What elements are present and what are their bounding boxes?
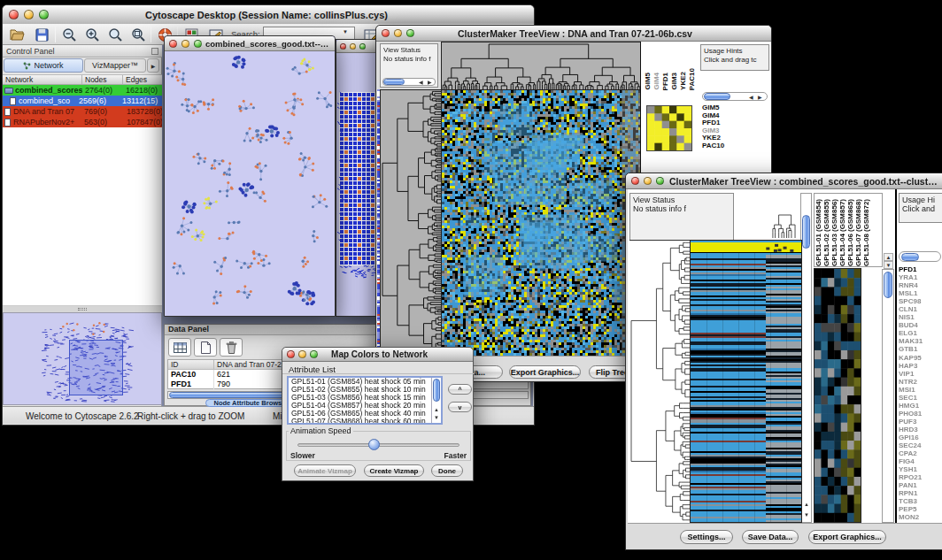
gene-label[interactable]: PEP5: [899, 505, 942, 513]
search-dropdown-icon[interactable]: ▼: [343, 29, 348, 35]
gene-label[interactable]: GPI16: [899, 433, 942, 441]
gene-label[interactable]: PFD1: [899, 265, 942, 273]
close-button[interactable]: [287, 350, 295, 358]
scrollbar-thumb[interactable]: [901, 253, 919, 261]
gene-label[interactable]: KAP95: [899, 354, 942, 362]
network-overview-panel[interactable]: [3, 312, 162, 405]
select-attributes-button[interactable]: [168, 338, 191, 357]
close-button[interactable]: [631, 177, 639, 185]
zoom-selected-icon[interactable]: [104, 26, 126, 43]
tv2-row-dendrogram[interactable]: [629, 240, 690, 522]
zoom-button[interactable]: [39, 10, 49, 19]
scrollbar-thumb[interactable]: [433, 379, 440, 402]
zoom-button[interactable]: [656, 177, 664, 185]
delete-attribute-button[interactable]: [220, 338, 243, 357]
zoom-button[interactable]: [310, 350, 318, 358]
column-label[interactable]: PAC10: [688, 68, 696, 90]
open-file-button[interactable]: [6, 26, 27, 43]
scroll-up-icon[interactable]: ▲: [884, 253, 893, 261]
minimize-button[interactable]: [350, 43, 356, 50]
network-view-canvas[interactable]: [165, 51, 335, 316]
gene-label[interactable]: VIP1: [899, 370, 942, 378]
tv2-hints-hscrollbar[interactable]: [899, 251, 941, 262]
minimize-button[interactable]: [24, 10, 34, 19]
minimize-button[interactable]: [298, 350, 306, 358]
minimize-button[interactable]: [181, 40, 189, 48]
scroll-down-icon[interactable]: ▼: [884, 261, 893, 269]
export-graphics-button[interactable]: Export Graphics...: [808, 530, 886, 544]
view-status-hscrollbar[interactable]: ◀ ▶: [382, 78, 436, 86]
column-label[interactable]: GPL51-03 (GSM856): [830, 199, 838, 266]
scroll-up-icon[interactable]: ▲: [434, 407, 439, 412]
gene-label[interactable]: PAN1: [899, 481, 942, 489]
scroll-left-icon[interactable]: ◀: [419, 80, 423, 85]
scroll-right-icon[interactable]: ▶: [758, 95, 762, 100]
zoom-button[interactable]: [359, 43, 366, 50]
new-attribute-button[interactable]: [194, 338, 217, 357]
attribute-list[interactable]: GPL51-01 (GSM854) heat shock 05 minGPL51…: [287, 376, 443, 425]
tab-overflow-button[interactable]: ▶: [147, 58, 159, 73]
gene-label[interactable]: RPN1: [899, 489, 942, 497]
save-session-button[interactable]: [31, 26, 52, 43]
save-data-button[interactable]: Save Data...: [742, 530, 799, 544]
gene-label[interactable]: SPC98: [899, 297, 942, 305]
scrollbar-thumb[interactable]: [383, 79, 405, 85]
zoom-button[interactable]: [406, 29, 414, 37]
animate-vizmap-button[interactable]: Animate Vizmap: [294, 464, 356, 477]
tv1-hints-hscrollbar[interactable]: ◀ ▶: [702, 92, 768, 101]
gene-label[interactable]: YRA1: [899, 273, 942, 281]
tv2-column-dendrogram[interactable]: [772, 213, 797, 238]
scroll-right-icon[interactable]: ▶: [428, 80, 432, 85]
minimize-button[interactable]: [394, 29, 402, 37]
main-titlebar[interactable]: Cytoscape Desktop (Session Name: collins…: [3, 5, 534, 25]
gene-label[interactable]: MSL1: [899, 289, 942, 297]
gene-label[interactable]: PHO81: [899, 410, 942, 418]
net2-titlebar[interactable]: [336, 40, 380, 53]
column-label[interactable]: GIM4: [652, 73, 660, 90]
gene-label[interactable]: YSH1: [899, 465, 942, 473]
column-label[interactable]: GIM3: [670, 73, 678, 90]
close-button[interactable]: [169, 40, 177, 48]
gene-label[interactable]: MAK31: [899, 337, 942, 345]
gene-label[interactable]: BUD4: [899, 321, 942, 329]
col-network[interactable]: Network: [3, 75, 82, 84]
move-up-button[interactable]: ^: [448, 384, 472, 395]
close-button[interactable]: [382, 29, 390, 37]
close-button[interactable]: [9, 10, 19, 19]
tv1-heatmap[interactable]: [441, 89, 642, 357]
zoom-button[interactable]: [194, 40, 202, 48]
gene-label[interactable]: SEC24: [899, 441, 942, 449]
minimize-button[interactable]: [644, 177, 652, 185]
tv2-zoom-heatmap[interactable]: [814, 268, 861, 523]
gene-label[interactable]: MON2: [899, 513, 942, 521]
gene-label[interactable]: TCB3: [899, 497, 942, 505]
column-label[interactable]: GPL51-01 (GSM854): [815, 199, 822, 266]
close-button[interactable]: [340, 43, 346, 50]
column-label[interactable]: YKE2: [679, 72, 687, 90]
gene-label[interactable]: PUF3: [899, 418, 942, 426]
dense-network-canvas[interactable]: [337, 53, 379, 315]
gene-label[interactable]: SEC1: [899, 394, 942, 402]
speed-slider-thumb[interactable]: [368, 439, 380, 450]
scroll-left-icon[interactable]: ◀: [749, 95, 753, 100]
network-row[interactable]: combined_scores 2764(0) 16218(0): [3, 85, 162, 96]
gene-label[interactable]: MSI1: [899, 386, 942, 394]
scroll-down-icon[interactable]: ▼: [434, 415, 439, 420]
done-button[interactable]: Done: [431, 464, 463, 477]
scrollbar-thumb[interactable]: [884, 272, 892, 298]
gene-label[interactable]: HAP3: [899, 362, 942, 370]
tv1-zoom-matrix[interactable]: [646, 105, 692, 151]
column-label[interactable]: GPL51-02 (GSM855): [822, 199, 830, 266]
gene-label[interactable]: GTB1: [899, 345, 942, 353]
gene-label[interactable]: NTR2: [899, 378, 942, 386]
tv1-column-dendrogram[interactable]: [441, 42, 642, 91]
gene-label[interactable]: FIG4: [899, 457, 942, 465]
move-down-button[interactable]: v: [448, 402, 472, 412]
zoom-in-icon[interactable]: [81, 26, 103, 43]
tab-vizmapper[interactable]: VizMapper™: [84, 58, 146, 73]
zoom-fit-icon[interactable]: [127, 26, 149, 43]
gene-label[interactable]: CPA2: [899, 449, 942, 457]
scroll-up-icon[interactable]: ▲: [804, 502, 809, 507]
column-label[interactable]: GPL51-07 (GSM868): [854, 199, 862, 266]
gene-label[interactable]: CLN1: [899, 305, 942, 313]
